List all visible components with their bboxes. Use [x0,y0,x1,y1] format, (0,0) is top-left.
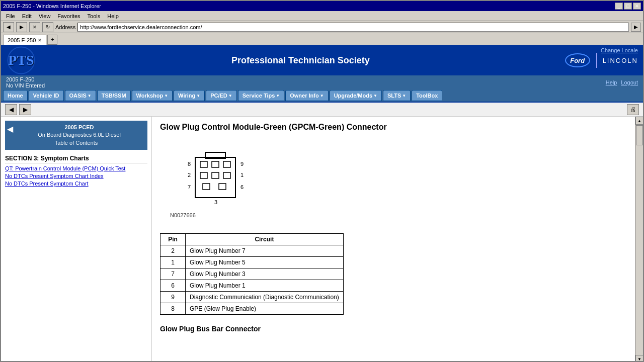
nav-tab-home[interactable]: Home [3,90,28,101]
nav-tab-pced[interactable]: PC/ED ▼ [206,90,237,101]
sidebar-nav-link-2[interactable]: No DTCs Present Symptom Chart [5,180,147,187]
nav-tab-upgrademods[interactable]: Upgrade/Mods ▼ [330,90,382,101]
upgrademods-dropdown-icon: ▼ [373,94,377,98]
address-bar: ◀ ▶ ✕ ↻ Address ▶ [1,21,643,33]
print-button[interactable]: 🖨 [627,104,639,115]
table-row: 9Diagnostic Communication (Diagnostic Co… [160,292,344,303]
section2-title: Glow Plug Bus Bar Connector [160,325,627,333]
nav-tab-ownerinfo[interactable]: Owner Info ▼ [285,90,328,101]
go-button[interactable]: ▶ [631,23,641,32]
help-logout-area: Help Logout [606,79,638,85]
refresh-button[interactable]: ↻ [42,22,53,32]
nav-tab-tsbssm[interactable]: TSB/SSM [97,90,131,101]
sidebar-link-sub1: On Board Diagnostics 6.0L Diesel [7,131,145,139]
table-cell-pin: 2 [160,245,186,257]
menu-help[interactable]: Help [104,13,122,20]
nav-tab-toolbox[interactable]: ToolBox [412,90,442,101]
stop-button[interactable]: ✕ [29,22,40,32]
svg-rect-0 [195,157,235,198]
menu-view[interactable]: View [36,13,54,20]
table-header-circuit: Circuit [186,234,344,245]
tab-label-0: 2005 F-250 [8,37,36,43]
table-cell-circuit: Diagnostic Communication (Diagnostic Com… [186,292,344,303]
svg-rect-4 [223,161,230,167]
nav-bar: Home Vehicle ID OASIS ▼ TSB/SSM Workshop… [1,89,643,103]
svg-rect-2 [200,161,207,167]
change-locale-link[interactable]: Change Locale [601,47,638,53]
diagram-label: N0027666 [170,212,271,218]
sidebar-pced-link[interactable]: ◀ 2005 PCED On Board Diagnostics 6.0L Di… [5,121,147,150]
nav-tab-wiring[interactable]: Wiring ▼ [174,90,205,101]
scrollbar[interactable]: ▲ ▼ [635,117,643,362]
scroll-up-button[interactable]: ▲ [635,117,643,125]
table-cell-pin: 7 [160,268,186,280]
menu-bar: File Edit View Favorites Tools Help [1,11,643,21]
svg-rect-9 [219,184,226,190]
browser-tab-0[interactable]: 2005 F-250 ✕ [3,35,46,45]
tab-close-0[interactable]: ✕ [38,38,42,43]
address-label: Address [55,24,75,30]
menu-favorites[interactable]: Favorites [54,13,83,20]
toolbar-back-button[interactable]: ◀ [5,104,17,115]
table-cell-pin: 6 [160,280,186,292]
pin-label-7: 7 [188,184,191,190]
nav-tab-oasis[interactable]: OASIS ▼ [65,90,96,101]
pts-logo: PTS [6,48,36,73]
workshop-dropdown-icon: ▼ [164,94,168,98]
content-area: Glow Plug Control Module-Green (GPCM-Gre… [152,117,635,362]
vehicle-info: 2005 F-250 No VIN Entered [6,76,45,88]
menu-file[interactable]: File [3,13,18,20]
back-button[interactable]: ◀ [3,22,14,32]
logout-link[interactable]: Logout [621,79,638,85]
sidebar-link-title: 2005 PCED [7,124,145,131]
nav-tab-vehicleid[interactable]: Vehicle ID [29,90,64,101]
menu-tools[interactable]: Tools [85,13,104,20]
title-bar: 2005 F-250 - Windows Internet Explorer _… [1,1,643,11]
ford-logo-area: Ford LINCOLN [565,53,638,68]
pin-label-6: 6 [240,184,244,190]
svg-rect-3 [212,161,219,167]
app-header: PTS Professional Technician Society Ford… [1,45,643,75]
table-cell-circuit: Glow Plug Number 3 [186,268,344,280]
table-cell-pin: 8 [160,303,186,315]
sidebar-arrow-icon: ◀ [7,124,13,135]
scroll-thumb[interactable] [636,125,643,145]
slts-dropdown-icon: ▼ [402,94,406,98]
connector-svg: 8 9 2 1 7 6 3 [170,145,271,210]
vehicle-bar: 2005 F-250 No VIN Entered Help Logout [1,75,643,89]
nav-tab-workshop[interactable]: Workshop ▼ [132,90,173,101]
oasis-dropdown-icon: ▼ [88,94,92,98]
app-title: Professional Technician Society [36,55,565,66]
window-controls[interactable]: _ □ ✕ [615,3,641,10]
window-title: 2005 F-250 - Windows Internet Explorer [3,3,101,9]
vehicle-line1: 2005 F-250 [6,76,45,82]
pin-label-9: 9 [240,161,244,167]
table-cell-circuit: Glow Plug Number 7 [186,245,344,257]
address-input[interactable] [77,23,629,32]
menu-edit[interactable]: Edit [19,13,35,20]
toolbar-forward-button[interactable]: ▶ [19,104,31,115]
table-cell-circuit: Glow Plug Number 1 [186,280,344,292]
pin-label-8: 8 [188,161,191,167]
minimize-button[interactable]: _ [615,3,623,10]
new-tab-button[interactable]: + [47,35,57,45]
main-area: ◀ 2005 PCED On Board Diagnostics 6.0L Di… [1,117,643,362]
wiring-dropdown-icon: ▼ [196,94,200,98]
nav-tab-servicetips[interactable]: Service Tips ▼ [238,90,285,101]
maximize-button[interactable]: □ [624,3,632,10]
svg-rect-7 [223,172,230,178]
nav-tab-slts[interactable]: SLTS ▼ [383,90,411,101]
close-button[interactable]: ✕ [633,3,641,10]
pin-label-3: 3 [214,199,217,205]
table-cell-circuit: GPE (Glow Plug Enable) [186,303,344,315]
svg-rect-8 [203,184,210,190]
pin-table: Pin Circuit 2Glow Plug Number 71Glow Plu… [160,233,344,315]
sidebar-nav-link-0[interactable]: QT: Powertrain Control Module (PCM) Quic… [5,165,147,171]
ford-oval: Ford [565,53,590,67]
forward-button[interactable]: ▶ [16,22,27,32]
table-header-pin: Pin [160,234,186,245]
table-cell-circuit: Glow Plug Number 5 [186,257,344,268]
scroll-down-button[interactable]: ▼ [635,355,643,362]
sidebar-nav-link-1[interactable]: No DTCs Present Symptom Chart Index [5,173,147,179]
help-link[interactable]: Help [606,79,617,85]
